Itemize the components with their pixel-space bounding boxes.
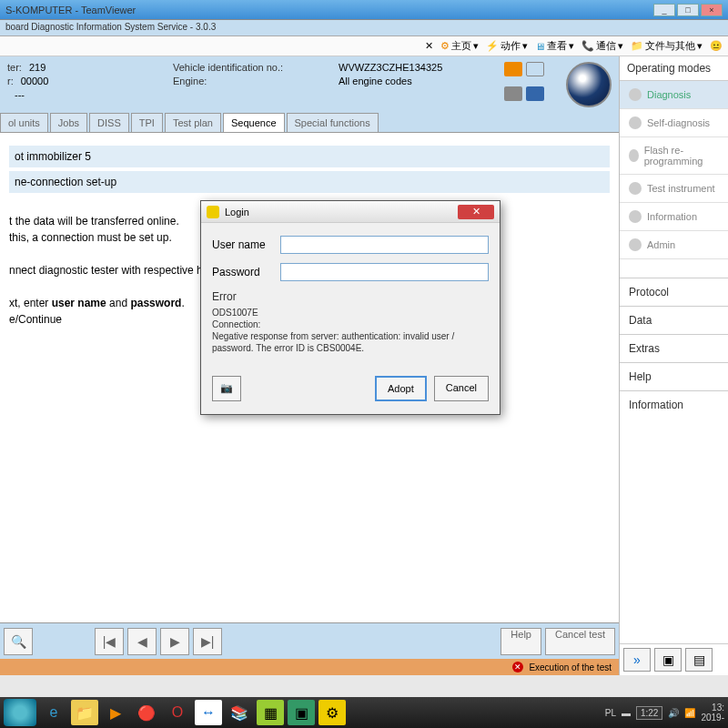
key-icon <box>504 86 522 101</box>
app-subtitle: board Diagnostic Information System Serv… <box>0 20 728 36</box>
dialog-title: Login <box>225 207 249 217</box>
mode-diagnosis[interactable]: Diagnosis <box>620 81 728 109</box>
operating-modes-header: Operating modes <box>620 56 728 81</box>
info-icon <box>629 210 642 223</box>
status-bar: ✕ Execution of the test <box>0 659 619 675</box>
vehicle-info: ter:219 r:00000 --- Vehicle identificati… <box>0 56 619 113</box>
window-title: S-KOMPUTER - TeamViewer <box>5 5 653 15</box>
mode-flash[interactable]: Flash re-programming <box>620 137 728 175</box>
brand-logo <box>566 62 612 107</box>
top-toolbar: ✕ ⚙主页▾ ⚡动作▾ 🖥查看▾ 📞通信▾ 📁文件与其他▾ 😐 <box>0 36 728 56</box>
toolbar-view[interactable]: 🖥查看▾ <box>535 39 574 53</box>
tab-tpi[interactable]: TPI <box>131 113 163 132</box>
minimize-button[interactable]: _ <box>653 4 675 16</box>
toolbar-files[interactable]: 📁文件与其他▾ <box>631 39 703 53</box>
password-input[interactable] <box>280 263 489 281</box>
section-extras[interactable]: Extras <box>620 334 728 362</box>
tab-units[interactable]: ol units <box>0 113 48 132</box>
tab-testplan[interactable]: Test plan <box>165 113 221 132</box>
mode-admin[interactable]: Admin <box>620 231 728 259</box>
dialog-titlebar[interactable]: Login ✕ <box>201 201 500 223</box>
diagnosis-icon <box>629 88 642 101</box>
cancel-test-button[interactable]: Cancel test <box>545 628 615 655</box>
tray-flag-icon[interactable]: ▬ <box>622 708 631 718</box>
mode-information[interactable]: Information <box>620 203 728 231</box>
error-icon: ✕ <box>512 662 523 672</box>
nav-next[interactable]: ▶ <box>160 628 189 655</box>
mode-test-instrument[interactable]: Test instrument <box>620 175 728 203</box>
section-protocol[interactable]: Protocol <box>620 278 728 306</box>
close-button[interactable]: × <box>701 4 723 16</box>
window-titlebar: S-KOMPUTER - TeamViewer _ □ × <box>0 0 728 20</box>
admin-icon <box>629 238 642 251</box>
usb-icon <box>526 86 544 101</box>
maximize-button[interactable]: □ <box>677 4 699 16</box>
toolbar-comm[interactable]: 📞通信▾ <box>581 39 623 53</box>
password-label: Password <box>212 266 280 278</box>
nav-prev[interactable]: ◀ <box>127 628 157 655</box>
tray-time[interactable]: 13: <box>701 703 724 713</box>
section-immobilizer: ot immobilizer 5 <box>9 146 610 167</box>
section-connection: ne-connection set-up <box>9 171 610 193</box>
toolbar-action[interactable]: ⚡动作▾ <box>486 39 528 53</box>
mode-self-diagnosis[interactable]: Self-diagnosis <box>620 109 728 137</box>
login-icon <box>207 206 219 218</box>
zoom-button[interactable]: 🔍 <box>4 628 33 655</box>
section-information[interactable]: Information <box>620 390 728 419</box>
toolbar-emoji-icon[interactable]: 😐 <box>710 40 723 52</box>
dialog-settings-button[interactable]: 📷 <box>212 376 241 401</box>
dialog-cancel-button[interactable]: Cancel <box>434 376 489 401</box>
tray-date: 2019- <box>701 713 724 723</box>
task-winrar[interactable]: 📚 <box>226 700 253 725</box>
nav-first[interactable]: |◀ <box>95 628 124 655</box>
task-chrome[interactable]: 🔴 <box>133 700 160 725</box>
section-data[interactable]: Data <box>620 306 728 334</box>
tab-sequence[interactable]: Sequence <box>223 113 285 132</box>
main-tabs: ol units Jobs DISS TPI Test plan Sequenc… <box>0 113 619 133</box>
task-media[interactable]: ▶ <box>102 700 129 725</box>
window-controls: _ □ × <box>653 4 723 16</box>
task-explorer[interactable]: 📁 <box>71 700 98 725</box>
right-panel: Operating modes Diagnosis Self-diagnosis… <box>619 56 728 675</box>
expand-button[interactable]: » <box>623 648 651 672</box>
tray-sound-icon[interactable]: 🔊 <box>668 708 679 718</box>
status-text: Execution of the test <box>529 662 612 672</box>
toolbar-home[interactable]: ⚙主页▾ <box>440 39 479 53</box>
error-block: Error ODS1007E Connection: Negative resp… <box>212 290 489 354</box>
task-opera[interactable]: O <box>164 700 191 725</box>
username-label: User name <box>212 238 280 251</box>
tool1-button[interactable]: ▣ <box>654 648 682 672</box>
section-help[interactable]: Help <box>620 362 728 390</box>
tray-network-icon[interactable]: 📶 <box>684 708 695 718</box>
task-app2[interactable]: ▣ <box>288 700 315 725</box>
windows-taskbar: e 📁 ▶ 🔴 O ↔ 📚 ▦ ▣ ⚙ PL ▬ 1:22 🔊 📶 13: 20… <box>0 697 728 728</box>
system-tray: PL ▬ 1:22 🔊 📶 13: 2019- <box>605 703 724 723</box>
flash-icon <box>629 149 639 162</box>
task-app1[interactable]: ▦ <box>257 700 284 725</box>
dialog-close-button[interactable]: ✕ <box>458 205 494 219</box>
tab-special[interactable]: Special functions <box>287 113 379 132</box>
login-dialog: Login ✕ User name Password Error ODS1007… <box>200 200 500 415</box>
task-diag[interactable]: ⚙ <box>318 700 346 725</box>
car-icon <box>504 62 522 76</box>
tray-lang[interactable]: PL <box>605 708 616 718</box>
adopt-button[interactable]: Adopt <box>375 376 427 401</box>
task-teamviewer[interactable]: ↔ <box>195 700 222 725</box>
close-tab-icon[interactable]: ✕ <box>425 40 433 52</box>
tab-jobs[interactable]: Jobs <box>50 113 87 132</box>
tray-battery[interactable]: 1:22 <box>636 706 662 720</box>
task-ie[interactable]: e <box>40 700 67 725</box>
instrument-icon <box>629 182 642 195</box>
connection-icons <box>504 62 559 107</box>
device-icon <box>526 62 544 76</box>
self-diag-icon <box>629 116 642 129</box>
help-button[interactable]: Help <box>500 628 541 655</box>
start-button[interactable] <box>4 699 36 726</box>
tab-diss[interactable]: DISS <box>89 113 129 132</box>
nav-last[interactable]: ▶| <box>193 628 222 655</box>
bottom-nav: 🔍 |◀ ◀ ▶ ▶| Help Cancel test <box>0 622 619 659</box>
tool2-button[interactable]: ▤ <box>685 648 713 672</box>
username-input[interactable] <box>280 236 489 254</box>
